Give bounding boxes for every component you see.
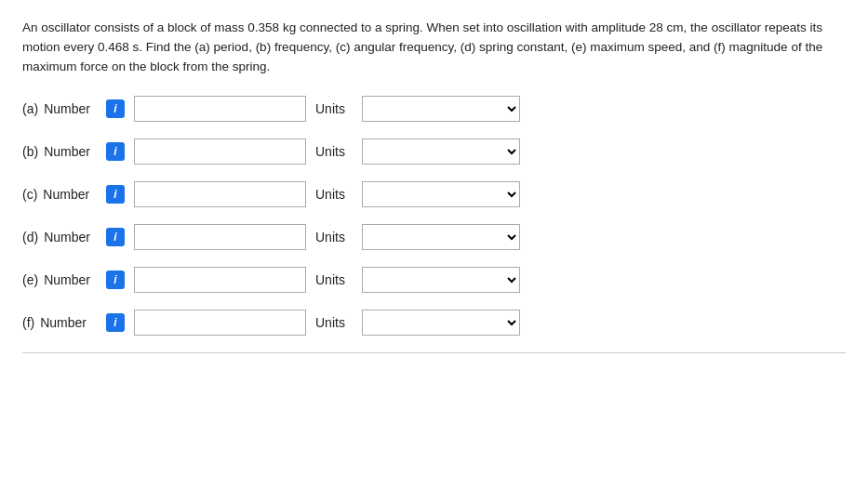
number-label-f: Number xyxy=(40,315,87,330)
letter-d: (d) xyxy=(22,230,38,244)
units-select-c[interactable] xyxy=(362,181,520,207)
units-label-e: Units xyxy=(315,272,353,287)
label-a: (a) Number xyxy=(22,101,97,116)
units-select-f[interactable] xyxy=(362,310,520,336)
info-button-d[interactable]: i xyxy=(106,228,125,246)
label-e: (e) Number xyxy=(22,272,97,287)
problem-description: An oscillator consists of a block of mas… xyxy=(22,19,846,77)
info-button-b[interactable]: i xyxy=(106,142,125,161)
number-input-b[interactable] xyxy=(134,139,306,165)
letter-b: (b) xyxy=(22,144,38,159)
units-label-d: Units xyxy=(315,230,353,244)
number-label-c: Number xyxy=(43,187,89,202)
units-select-b[interactable] xyxy=(362,139,520,165)
units-label-c: Units xyxy=(315,187,353,202)
row-d: (d) Number i Units xyxy=(22,224,846,250)
row-c: (c) Number i Units xyxy=(22,181,846,207)
units-label-b: Units xyxy=(315,144,353,159)
letter-e: (e) xyxy=(22,272,38,287)
units-select-a[interactable] xyxy=(362,96,520,122)
number-label-a: Number xyxy=(44,101,90,116)
units-select-e[interactable] xyxy=(362,267,520,293)
number-input-d[interactable] xyxy=(134,224,306,250)
bottom-divider xyxy=(22,352,846,353)
row-f: (f) Number i Units xyxy=(22,310,846,336)
info-button-f[interactable]: i xyxy=(106,313,125,332)
units-label-a: Units xyxy=(315,101,353,116)
letter-a: (a) xyxy=(22,101,38,116)
number-input-a[interactable] xyxy=(134,96,306,122)
number-input-f[interactable] xyxy=(134,310,306,336)
number-input-c[interactable] xyxy=(134,181,306,207)
units-select-d[interactable] xyxy=(362,224,520,250)
number-input-e[interactable] xyxy=(134,267,306,293)
label-c: (c) Number xyxy=(22,187,97,202)
info-button-e[interactable]: i xyxy=(106,271,125,289)
label-f: (f) Number xyxy=(22,315,97,330)
row-b: (b) Number i Units xyxy=(22,139,846,165)
letter-c: (c) xyxy=(22,187,37,202)
info-button-a[interactable]: i xyxy=(106,99,125,118)
letter-f: (f) xyxy=(22,315,34,330)
label-b: (b) Number xyxy=(22,144,97,159)
number-label-e: Number xyxy=(44,272,90,287)
info-button-c[interactable]: i xyxy=(106,185,125,204)
units-label-f: Units xyxy=(315,315,353,330)
number-label-d: Number xyxy=(44,230,90,244)
row-e: (e) Number i Units xyxy=(22,267,846,293)
row-a: (a) Number i Units xyxy=(22,96,846,122)
label-d: (d) Number xyxy=(22,230,97,244)
number-label-b: Number xyxy=(44,144,90,159)
